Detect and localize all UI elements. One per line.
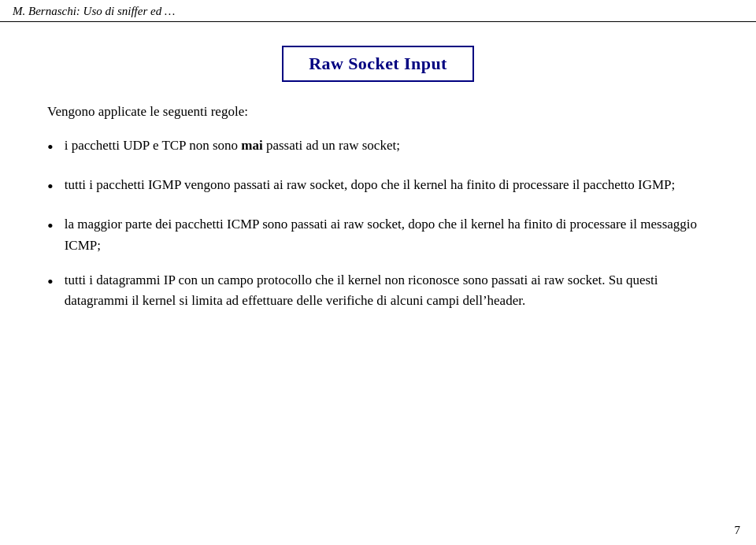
- slide-title-box: Raw Socket Input: [47, 46, 709, 82]
- list-item: • tutti i datagrammi IP con un campo pro…: [47, 270, 709, 312]
- bullet-text-1: i pacchetti UDP e TCP non sono mai passa…: [65, 135, 709, 156]
- bullet-text-3: la maggior parte dei pacchetti ICMP sono…: [65, 214, 709, 256]
- bold-mai: mai: [241, 138, 262, 153]
- list-item: • tutti i pacchetti IGMP vengono passati…: [47, 175, 709, 200]
- header-title: M. Bernaschi: Uso di sniffer ed …: [13, 5, 175, 18]
- list-item: • la maggior parte dei pacchetti ICMP so…: [47, 214, 709, 256]
- bullet-dot-2: •: [47, 173, 54, 200]
- bullet-text-2: tutti i pacchetti IGMP vengono passati a…: [65, 175, 709, 195]
- bullet-dot-1: •: [47, 134, 54, 161]
- bullet-dot-4: •: [47, 269, 54, 295]
- intro-text: Vengono applicate le seguenti regole:: [47, 104, 709, 120]
- slide-title: Raw Socket Input: [282, 46, 474, 82]
- list-item: • i pacchetti UDP e TCP non sono mai pas…: [47, 135, 709, 161]
- header-bar: M. Bernaschi: Uso di sniffer ed …: [0, 0, 756, 22]
- bullet-dot-3: •: [47, 213, 54, 239]
- bullet-list: • i pacchetti UDP e TCP non sono mai pas…: [47, 135, 709, 312]
- main-content: Raw Socket Input Vengono applicate le se…: [0, 30, 756, 342]
- page-number: 7: [735, 524, 741, 537]
- bullet-text-4: tutti i datagrammi IP con un campo proto…: [65, 270, 709, 312]
